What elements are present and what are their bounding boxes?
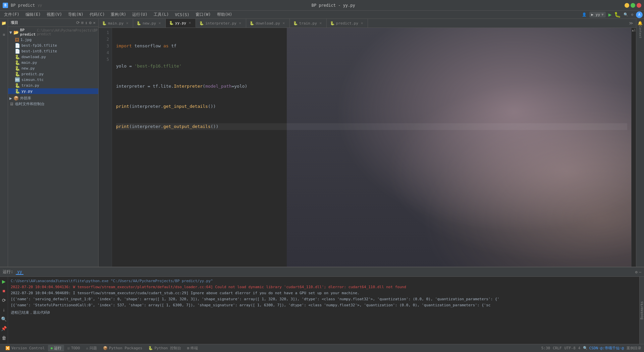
tab-predict[interactable]: 🐍 predict.py ×: [327, 19, 368, 28]
code-container[interactable]: 1 2 3 4 5 import tensorflow as tf yolo =…: [99, 28, 636, 267]
tree-item-predict[interactable]: 🐍 predict.py: [8, 71, 98, 77]
run-command-line: C:\Users\AA\anaconda3\envs\tflite\python…: [11, 278, 637, 284]
tree-item-train[interactable]: 🐍 train.py: [8, 83, 98, 88]
tab-download[interactable]: 🐍 download.py ×: [246, 19, 290, 28]
tree-item-download[interactable]: 🐍 download.py: [8, 54, 98, 60]
run-active-config[interactable]: yy: [16, 269, 23, 275]
run-exit-code: 进程已结束，退出代码0: [11, 308, 637, 316]
context-icon[interactable]: Context: [637, 29, 643, 35]
close-button[interactable]: [637, 3, 641, 8]
tab-interpreter[interactable]: 🐍 interpreter.py ×: [196, 19, 246, 28]
bottom-tab-vcs[interactable]: 🔀 Version Control: [3, 345, 47, 351]
external-icon: 📦: [13, 96, 19, 101]
settings-icon[interactable]: ⚙: [89, 20, 92, 25]
dir-indicator[interactable]: 案例目录: [627, 346, 641, 351]
tab-close-predict[interactable]: ×: [360, 21, 364, 26]
tree-item-bestint8[interactable]: 📄 best-int8.tflite: [8, 48, 98, 54]
encoding-indicator[interactable]: UTF-8: [565, 346, 576, 350]
run-trash-button[interactable]: 🗑: [0, 335, 8, 341]
bottom-tab-terminal[interactable]: ⊞ 终端: [184, 345, 201, 351]
menu-edit[interactable]: 编辑(E): [23, 11, 44, 18]
line-col-indicator[interactable]: 5:30: [541, 346, 550, 350]
tree-item-main[interactable]: 🐍 main.py: [8, 60, 98, 65]
project-tab[interactable]: yy: [38, 3, 42, 7]
bottom-tab-todo[interactable]: ☑ TODO: [65, 345, 83, 351]
tab-label: yy.py: [175, 21, 186, 25]
tree-item-yy[interactable]: 🐍 yy.py: [8, 88, 98, 94]
sync-icon[interactable]: ⟳: [76, 20, 80, 25]
file-tree-panel: 项目 ⟳ ≡ ↕ ⚙ × ▼ 📂 BP predict C:\Users\AA\…: [8, 19, 99, 267]
code-line-2: yolo = 'best-fp16.tflite': [116, 63, 627, 70]
tab-close-download[interactable]: ×: [281, 21, 286, 26]
run-header-title: 运行:: [3, 269, 13, 275]
tree-item-root[interactable]: ▼ 📂 BP predict C:\Users\AA\PycharmProjec…: [8, 28, 98, 37]
menu-navigate[interactable]: 导航(N): [65, 11, 86, 18]
tab-close-interpreter[interactable]: ×: [238, 21, 243, 26]
menu-run[interactable]: 运行(U): [129, 11, 150, 18]
menu-window[interactable]: 窗口(W): [193, 11, 214, 18]
menu-help[interactable]: 帮助(H): [214, 11, 235, 18]
minimize-run-icon[interactable]: —: [639, 270, 641, 274]
tab-main[interactable]: 🐍 main.py ×: [99, 19, 133, 28]
menu-bar: 文件(F) 编辑(E) 视图(V) 导航(N) 代码(C) 重构(R) 运行(U…: [0, 11, 644, 19]
tab-close-train[interactable]: ×: [318, 21, 323, 26]
status-bar: 🔀 Version Control 运行 ☑ TODO ⚠ 问题 📦: [0, 344, 644, 352]
menu-code[interactable]: 代码(C): [87, 11, 108, 18]
project-icon[interactable]: 📁: [1, 20, 7, 26]
tab-yy[interactable]: 🐍 yy.py ×: [166, 19, 196, 28]
settings-run-icon[interactable]: ⚙: [635, 270, 638, 274]
bottom-tab-python-packages[interactable]: 📦 Python Packages: [100, 345, 145, 351]
sort-icon[interactable]: ↕: [85, 20, 88, 25]
bottom-tab-python-console[interactable]: 🐍 Python 控制台: [146, 345, 183, 351]
code-editor[interactable]: import tensorflow as tf yolo = 'best-fp1…: [112, 28, 631, 267]
search-bar[interactable]: 🔍: [624, 12, 628, 17]
menu-file[interactable]: 文件(F): [1, 11, 22, 18]
tab-close-new[interactable]: ×: [157, 21, 162, 26]
crlf-indicator[interactable]: CRLF: [553, 346, 562, 350]
tree-item-temp[interactable]: 🖥 临时文件和控制台: [8, 101, 98, 107]
run-rerun-button[interactable]: ⟳: [1, 297, 7, 304]
structure-icon[interactable]: ≡: [1, 32, 7, 38]
tabs-overflow-button[interactable]: ≫: [626, 19, 636, 28]
run-pin-button[interactable]: 📌: [0, 325, 8, 332]
minimize-button[interactable]: [625, 3, 629, 8]
tree-item-1jpg[interactable]: 🖼 1.jpg: [8, 37, 98, 43]
run-config-dropdown[interactable]: ▶ yy ▼: [589, 12, 606, 17]
run-stop-button[interactable]: ■: [1, 288, 6, 294]
menu-refactor[interactable]: 重构(R): [108, 11, 129, 18]
run-output[interactable]: C:\Users\AA\anaconda3\envs\tflite\python…: [8, 277, 639, 344]
collapse-icon[interactable]: ≡: [81, 20, 84, 25]
run-button[interactable]: ▶: [608, 11, 612, 18]
menu-tools[interactable]: 工具(L): [151, 11, 172, 18]
app-icon: B: [3, 3, 8, 8]
tree-item-bestfp16[interactable]: 📄 best-fp16.tflite: [8, 43, 98, 48]
app-body: 📁 ≡ 项目 ⟳ ≡ ↕ ⚙ × ▼ 📂 BP predic: [0, 19, 644, 352]
tree-item-simsun[interactable]: 🔤 simsun.ttc: [8, 77, 98, 83]
run-play-button[interactable]: ▶: [1, 278, 7, 285]
vcs-label: Version Control: [11, 346, 45, 350]
debug-button[interactable]: 🐛: [614, 11, 621, 18]
indent-indicator[interactable]: 4: [578, 346, 581, 350]
branch-indicator[interactable]: 🔍 CSDN·@:帝哦千仙·@: [583, 346, 624, 351]
run-scroll-button[interactable]: ↓: [1, 306, 6, 313]
hide-panel-icon[interactable]: ×: [93, 20, 96, 25]
tab-label: download.py: [256, 21, 280, 26]
tab-close-yy[interactable]: ×: [187, 20, 192, 25]
line-number: 5: [99, 56, 109, 63]
tree-item-new[interactable]: 🐍 new.py: [8, 65, 98, 71]
maximize-button[interactable]: [631, 3, 635, 8]
tab-close-main[interactable]: ×: [125, 21, 129, 26]
menu-vcs[interactable]: VCS(S): [172, 12, 192, 18]
tab-new[interactable]: 🐍 new.py ×: [133, 19, 166, 28]
settings-button[interactable]: ⚙: [631, 12, 633, 17]
tree-item-external[interactable]: ▶ 📦 外部库: [8, 95, 98, 101]
tab-train[interactable]: 🐍 train.py ×: [290, 19, 327, 28]
menu-view[interactable]: 视图(V): [44, 11, 65, 18]
run-output-line-4: [{'name': 'StatefulPartitionedCall:0', '…: [11, 302, 637, 308]
run-filter-button[interactable]: 🔍: [0, 316, 8, 322]
vcs-icon: 🔀: [5, 346, 10, 350]
code-line-3: interpreter = tf.lite.Interpreter(model_…: [116, 83, 627, 90]
run-header-right: ⚙ —: [635, 270, 641, 274]
bottom-tab-problems[interactable]: ⚠ 问题: [83, 345, 100, 351]
bottom-tab-run[interactable]: 运行: [48, 345, 64, 351]
